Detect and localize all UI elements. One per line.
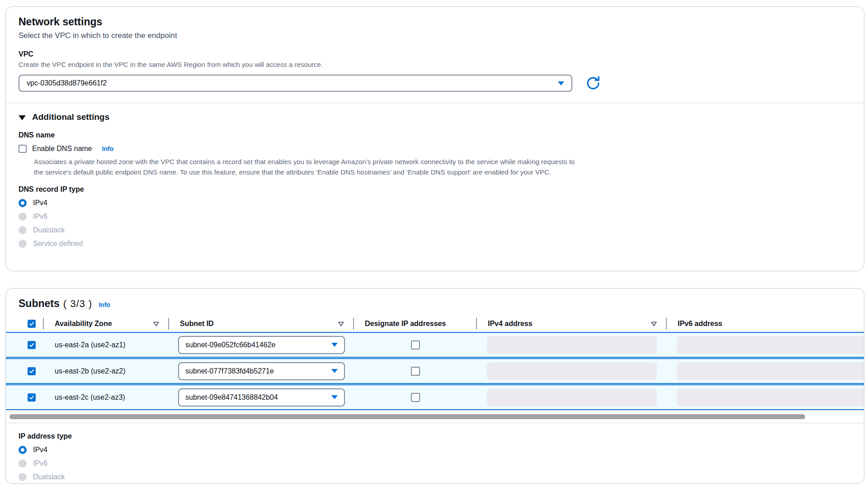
section-divider: [6, 103, 864, 103]
header-cell-select-all: [6, 316, 44, 332]
radio-disabled-icon: [19, 213, 27, 221]
subnets-table-header: Availability Zone Subnet ID Designate IP…: [6, 316, 864, 332]
radio-disabled-icon: [19, 473, 27, 481]
ip-address-type-group: IPv4 IPv6 Dualstack: [19, 445, 851, 482]
column-label: Availability Zone: [55, 320, 112, 328]
row-checkbox[interactable]: [28, 367, 36, 375]
header-cell-ipv6-address: IPv6 address: [667, 316, 864, 332]
chevron-down-icon: [558, 81, 564, 85]
header-cell-availability-zone[interactable]: Availability Zone: [44, 316, 169, 332]
radio-disabled-icon: [19, 240, 27, 248]
column-label: Designate IP addresses: [365, 320, 446, 328]
vpc-select-row: vpc-0305d38d879e661f2: [19, 75, 851, 92]
radio-option-ipv4[interactable]: IPv4: [19, 445, 851, 455]
enable-dns-name-label: Enable DNS name: [32, 145, 92, 153]
column-label: Subnet ID: [180, 320, 214, 328]
vpc-description: Create the VPC endpoint in the VPC in th…: [19, 60, 851, 69]
radio-disabled-icon: [19, 226, 27, 234]
ip-address-type-section: IP address type IPv4 IPv6 Dualstack: [6, 423, 864, 482]
vpc-select[interactable]: vpc-0305d38d879e661f2: [19, 75, 572, 92]
subnet-table-row: us-east-2c (use2-az3) subnet-09e84741368…: [6, 384, 864, 410]
subnet-id-value: subnet-077f7383fd4b5271e: [185, 367, 274, 375]
check-icon: [28, 321, 35, 327]
horizontal-scrollbar: [6, 410, 864, 423]
radio-disabled-icon: [19, 459, 27, 468]
subnet-table-row: us-east-2b (use2-az2) subnet-077f7383fd4…: [6, 358, 864, 384]
vpc-label: VPC: [19, 49, 851, 59]
horizontal-scrollbar-thumb[interactable]: [9, 414, 805, 419]
vpc-select-value: vpc-0305d38d879e661f2: [27, 79, 107, 87]
subnet-id-value: subnet-09e052fc66b41462e: [185, 341, 275, 349]
select-all-checkbox[interactable]: [28, 320, 36, 328]
dns-name-label: DNS name: [19, 130, 851, 140]
refresh-icon: [585, 75, 601, 91]
availability-zone-cell: us-east-2c (use2-az3): [44, 385, 169, 409]
subnet-id-value: subnet-09e84741368842b04: [185, 393, 278, 402]
network-settings-subtitle: Select the VPC in which to create the en…: [19, 30, 851, 41]
dns-record-ip-type-group: IPv4 IPv6 Dualstack Service defined: [19, 198, 851, 249]
header-cell-ipv4-address[interactable]: IPv4 address: [477, 316, 667, 332]
ipv6-address-input: [677, 336, 864, 354]
radio-label: IPv4: [33, 446, 47, 454]
row-checkbox[interactable]: [28, 393, 36, 402]
radio-option-service-defined: Service defined: [19, 239, 851, 249]
column-label: IPv4 address: [488, 320, 533, 328]
designate-ip-checkbox[interactable]: [411, 367, 420, 376]
subnets-header: Subnets ( 3/3 ) Info: [6, 288, 864, 314]
additional-settings-expander[interactable]: Additional settings: [19, 111, 851, 123]
radio-option-dualstack: Dualstack: [19, 225, 851, 235]
dns-name-description: Associates a private hosted zone with th…: [34, 156, 583, 177]
subnets-info-link[interactable]: Info: [99, 301, 110, 308]
radio-option-dualstack: Dualstack: [19, 472, 851, 482]
radio-label: IPv6: [33, 213, 47, 221]
availability-zone-cell: us-east-2a (use2-az1): [44, 333, 169, 357]
sort-icon[interactable]: [338, 322, 344, 326]
ipv4-address-input: [487, 362, 657, 380]
check-icon: [28, 342, 35, 348]
availability-zone-cell: us-east-2b (use2-az2): [44, 359, 169, 383]
radio-option-ipv6: IPv6: [19, 459, 851, 468]
radio-option-ipv6: IPv6: [19, 212, 851, 222]
enable-dns-name-checkbox[interactable]: [19, 145, 27, 153]
enable-dns-name-row: Enable DNS name Info: [19, 145, 851, 153]
ipv4-address-input: [487, 388, 657, 407]
radio-option-ipv4[interactable]: IPv4: [19, 198, 851, 208]
subnet-table-row: us-east-2a (use2-az1) subnet-09e052fc66b…: [6, 332, 864, 358]
sort-icon[interactable]: [153, 322, 159, 326]
subnets-count: ( 3/3 ): [63, 298, 92, 310]
refresh-vpc-button[interactable]: [585, 75, 601, 91]
check-icon: [28, 368, 35, 374]
network-settings-title: Network settings: [19, 15, 851, 28]
radio-label: Dualstack: [33, 473, 65, 481]
subnets-card: Subnets ( 3/3 ) Info Availability Zone S…: [5, 288, 864, 484]
subnets-title: Subnets: [19, 297, 60, 310]
dns-name-info-link[interactable]: Info: [102, 145, 114, 152]
subnet-id-select[interactable]: subnet-09e84741368842b04: [178, 388, 345, 407]
caret-down-icon: [19, 115, 26, 120]
ipv6-address-input: [677, 362, 864, 380]
header-cell-designate-ip: Designate IP addresses: [354, 316, 477, 332]
ip-address-type-label: IP address type: [19, 431, 851, 441]
network-settings-card: Network settings Select the VPC in which…: [5, 6, 864, 271]
radio-selected-icon: [19, 446, 27, 454]
additional-settings-title: Additional settings: [32, 111, 109, 123]
chevron-down-icon: [331, 343, 338, 347]
radio-label: IPv6: [33, 459, 47, 468]
create-endpoint-page: Network settings Select the VPC in which…: [0, 0, 868, 487]
column-label: IPv6 address: [678, 320, 722, 328]
radio-label: Service defined: [33, 240, 83, 248]
ipv4-address-input: [487, 336, 657, 354]
designate-ip-checkbox[interactable]: [411, 393, 420, 402]
radio-selected-icon: [19, 199, 27, 207]
subnet-id-select[interactable]: subnet-077f7383fd4b5271e: [178, 362, 345, 380]
designate-ip-checkbox[interactable]: [411, 340, 420, 350]
row-checkbox[interactable]: [28, 341, 36, 349]
radio-label: IPv4: [33, 199, 47, 207]
chevron-down-icon: [331, 395, 338, 399]
header-cell-subnet-id[interactable]: Subnet ID: [169, 316, 354, 332]
radio-label: Dualstack: [33, 226, 65, 234]
ipv6-address-input: [677, 388, 864, 407]
subnet-id-select[interactable]: subnet-09e052fc66b41462e: [178, 336, 345, 354]
chevron-down-icon: [331, 369, 338, 373]
sort-icon[interactable]: [651, 322, 657, 326]
